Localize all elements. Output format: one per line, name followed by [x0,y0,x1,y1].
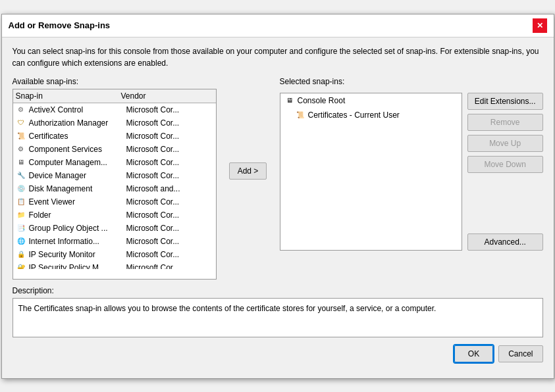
item-name: Component Services [29,145,126,154]
list-item[interactable]: ⚙ Component Services Microsoft Cor... [13,143,216,156]
ipsecmon-icon: 🔒 [16,249,26,260]
list-item[interactable]: 🖥 Computer Managem... Microsoft Cor... [13,156,216,169]
item-name: Certificates [29,132,126,141]
item-vendor: Microsoft Cor... [126,224,213,233]
item-vendor: Microsoft Cor... [126,197,213,207]
devmgr-icon: 🔧 [16,170,26,181]
authman-icon: 🛡 [16,118,26,128]
item-vendor: Microsoft Cor... [126,263,213,269]
iis-icon: 🌐 [16,236,26,247]
item-name: Folder [29,210,126,220]
item-vendor: Microsoft Cor... [126,158,213,167]
action-buttons: Edit Extensions... Remove Move Up Move D… [467,93,543,251]
item-name: ActiveX Control [29,105,126,114]
list-item[interactable]: 📑 Group Policy Object ... Microsoft Cor.… [13,222,216,235]
tree-label: Console Root [298,96,346,105]
list-item[interactable]: 📁 Folder Microsoft Cor... [13,208,216,222]
col-vendor: Vendor [121,91,213,101]
col-snapin: Snap-in [16,91,121,101]
item-vendor: Microsoft Cor... [126,237,213,246]
middle-panel: Add > [222,77,275,180]
compservices-icon: ⚙ [16,144,26,155]
left-panel: Available snap-ins: Snap-in Vendor ⚙ Act… [13,77,217,280]
available-label: Available snap-ins: [13,77,217,86]
snap-in-header: Snap-in Vendor [13,89,216,103]
list-item[interactable]: 🌐 Internet Informatio... Microsoft Cor..… [13,235,216,248]
title-bar: Add or Remove Snap-ins ✕ [2,14,554,37]
item-name: IP Security Policy M... [29,263,126,269]
item-vendor: Microsoft Cor... [126,132,213,141]
item-vendor: Microsoft and... [126,184,213,193]
item-name: IP Security Monitor [29,250,126,259]
intro-text: You can select snap-ins for this console… [13,45,543,69]
cert-icon: 📜 [16,131,26,141]
item-vendor: Microsoft Cor... [126,171,213,180]
move-up-button[interactable]: Move Up [467,135,543,152]
tree-label: Certificates - Current User [308,110,400,120]
advanced-button[interactable]: Advanced... [467,233,543,251]
remove-button[interactable]: Remove [467,114,543,131]
item-vendor: Microsoft Cor... [126,250,213,259]
list-item[interactable]: 💿 Disk Management Microsoft and... [13,182,216,195]
description-label: Description: [13,286,543,295]
selected-label: Selected snap-ins: [280,77,543,86]
gpo-icon: 📑 [16,223,26,233]
list-item[interactable]: 🔧 Device Manager Microsoft Cor... [13,169,216,182]
item-name: Disk Management [29,184,126,193]
list-item[interactable]: 🛡 Authorization Manager Microsoft Cor... [13,116,216,130]
description-box: The Certificates snap-in allows you to b… [13,298,543,337]
diskmgmt-icon: 💿 [16,184,26,194]
tree-item-console-root[interactable]: 🖥 Console Root [280,93,462,108]
ipsecpol-icon: 🔐 [16,262,26,269]
activex-icon: ⚙ [16,105,26,115]
list-item[interactable]: 📜 Certificates Microsoft Cor... [13,130,216,143]
add-remove-snapins-dialog: Add or Remove Snap-ins ✕ You can select … [1,14,554,379]
cancel-button[interactable]: Cancel [498,345,542,362]
folder-icon: 📁 [16,210,26,220]
list-item[interactable]: 🔒 IP Security Monitor Microsoft Cor... [13,248,216,261]
item-name: Event Viewer [29,197,126,207]
snap-in-items[interactable]: ⚙ ActiveX Control Microsoft Cor... 🛡 Aut… [13,103,216,269]
item-vendor: Microsoft Cor... [126,145,213,154]
list-item[interactable]: 🔐 IP Security Policy M... Microsoft Cor.… [13,261,216,269]
close-button[interactable]: ✕ [533,18,547,33]
tree-item-certificates[interactable]: 📜 Certificates - Current User [280,108,462,122]
eventview-icon: 📋 [16,197,26,207]
item-name: Internet Informatio... [29,237,126,246]
move-down-button[interactable]: Move Down [467,156,543,173]
dialog-title: Add or Remove Snap-ins [9,20,111,30]
list-item[interactable]: 📋 Event Viewer Microsoft Cor... [13,195,216,208]
item-vendor: Microsoft Cor... [126,105,213,114]
ok-button[interactable]: OK [454,345,493,362]
item-vendor: Microsoft Cor... [126,210,213,220]
bottom-buttons: OK Cancel [13,345,543,370]
list-item[interactable]: ⚙ ActiveX Control Microsoft Cor... [13,103,216,116]
item-vendor: Microsoft Cor... [126,118,213,128]
description-section: Description: The Certificates snap-in al… [13,286,543,337]
monitor-icon: 🖥 [284,95,295,106]
compmgmt-icon: 🖥 [16,157,26,168]
cert-selected-icon: 📜 [295,110,305,120]
right-panel: Selected snap-ins: 🖥 Console Root 📜 Cert… [280,77,543,251]
snap-in-list-container: Snap-in Vendor ⚙ ActiveX Control Microso… [13,89,217,280]
panels-row: Available snap-ins: Snap-in Vendor ⚙ Act… [13,77,543,280]
add-button[interactable]: Add > [229,162,267,180]
item-name: Group Policy Object ... [29,224,126,233]
item-name: Device Manager [29,171,126,180]
selected-snap-ins[interactable]: 🖥 Console Root 📜 Certificates - Current … [280,93,462,251]
item-name: Computer Managem... [29,158,126,167]
item-name: Authorization Manager [29,118,126,128]
dialog-body: You can select snap-ins for this console… [2,37,554,378]
edit-extensions-button[interactable]: Edit Extensions... [467,93,543,110]
